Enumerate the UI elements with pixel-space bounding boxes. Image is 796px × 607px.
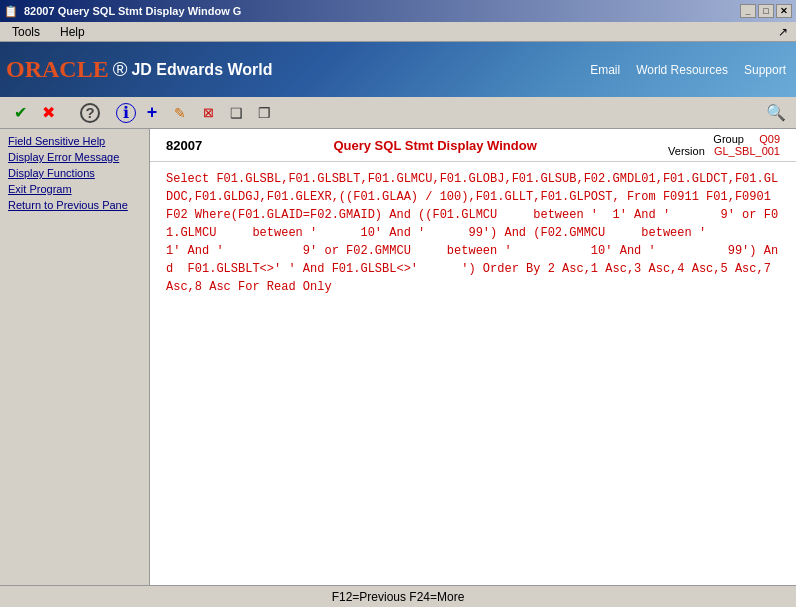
edit-button[interactable]: ✎ bbox=[168, 101, 192, 125]
title-bar: 📋 82007 Query SQL Stmt Display Window G … bbox=[0, 0, 796, 22]
menu-help[interactable]: Help bbox=[56, 23, 89, 41]
oracle-logo: ORACLE ® JD Edwards World bbox=[6, 56, 273, 83]
nav-email[interactable]: Email bbox=[590, 63, 620, 77]
form-title: Query SQL Stmt Display Window bbox=[202, 138, 668, 153]
menu-spacer: ↗ bbox=[778, 25, 788, 39]
nav-world-resources[interactable]: World Resources bbox=[636, 63, 728, 77]
minimize-button[interactable]: _ bbox=[740, 4, 756, 18]
app-icon: 📋 bbox=[4, 5, 18, 18]
nav-support[interactable]: Support bbox=[744, 63, 786, 77]
search-button[interactable]: 🔍 bbox=[764, 101, 788, 125]
content-area: 82007 Query SQL Stmt Display Window Grou… bbox=[150, 129, 796, 585]
status-text: F12=Previous F24=More bbox=[332, 590, 465, 604]
status-bar: F12=Previous F24=More bbox=[0, 585, 796, 607]
sidebar-item-return[interactable]: Return to Previous Pane bbox=[0, 197, 149, 213]
logo-divider: ® bbox=[113, 58, 128, 81]
help-button[interactable]: ? bbox=[80, 103, 100, 123]
sidebar-item-display-error[interactable]: Display Error Message bbox=[0, 149, 149, 165]
title-bar-text: 82007 Query SQL Stmt Display Window G bbox=[24, 5, 241, 17]
group-value: Q09 bbox=[759, 133, 780, 145]
form-meta: Group Q09 Version GL_SBL_001 bbox=[668, 133, 780, 157]
cancel-button[interactable]: ✖ bbox=[36, 101, 60, 125]
sidebar-item-field-sensitive-help[interactable]: Field Sensitive Help bbox=[0, 133, 149, 149]
toolbar: ✔ ✖ ? ℹ + ✎ ⊠ ❑ ❒ 🔍 bbox=[0, 97, 796, 129]
maximize-button[interactable]: □ bbox=[758, 4, 774, 18]
header-nav: Email World Resources Support bbox=[590, 63, 786, 77]
header-banner: ORACLE ® JD Edwards World Email World Re… bbox=[0, 42, 796, 97]
version-label: Version bbox=[668, 145, 705, 157]
sidebar-item-display-functions[interactable]: Display Functions bbox=[0, 165, 149, 181]
sidebar-item-exit[interactable]: Exit Program bbox=[0, 181, 149, 197]
close-button[interactable]: ✕ bbox=[776, 4, 792, 18]
group-label: Group bbox=[713, 133, 744, 145]
copy-button[interactable]: ❑ bbox=[224, 101, 248, 125]
menu-bar: Tools Help ↗ bbox=[0, 22, 796, 42]
info-button[interactable]: ℹ bbox=[116, 103, 136, 123]
form-number: 82007 bbox=[166, 138, 202, 153]
menu-tools[interactable]: Tools bbox=[8, 23, 44, 41]
add-button[interactable]: + bbox=[140, 101, 164, 125]
paste-button[interactable]: ❒ bbox=[252, 101, 276, 125]
main-area: Field Sensitive Help Display Error Messa… bbox=[0, 129, 796, 585]
check-button[interactable]: ✔ bbox=[8, 101, 32, 125]
jde-text: JD Edwards World bbox=[131, 61, 272, 79]
sidebar: Field Sensitive Help Display Error Messa… bbox=[0, 129, 150, 585]
delete-button[interactable]: ⊠ bbox=[196, 101, 220, 125]
sql-display: Select F01.GLSBL,F01.GLSBLT,F01.GLMCU,F0… bbox=[150, 162, 796, 304]
oracle-text: ORACLE bbox=[6, 56, 109, 83]
version-value: GL_SBL_001 bbox=[714, 145, 780, 157]
content-header: 82007 Query SQL Stmt Display Window Grou… bbox=[150, 129, 796, 162]
